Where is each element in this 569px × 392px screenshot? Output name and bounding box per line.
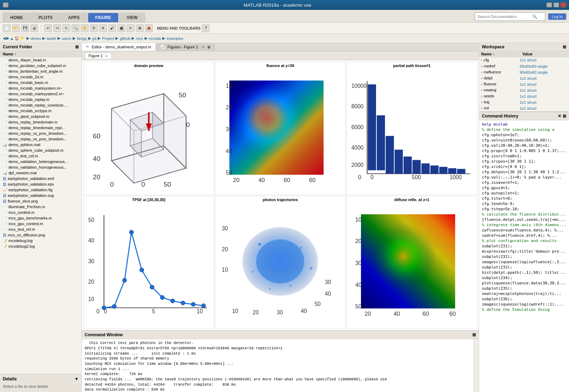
workspace-row[interactable]: ▪vol1x1 struct [479, 105, 569, 111]
list-item[interactable]: 📄demo_replay_timedomain.m [0, 119, 81, 125]
var-value[interactable]: 1x1 struct [517, 57, 569, 63]
list-item[interactable]: 📄demo_test_csf.m [0, 153, 81, 159]
list-item[interactable]: 📄illuminate_PreXion.m [0, 204, 81, 210]
search-box[interactable]: 🔍 [475, 12, 545, 21]
history-line[interactable]: [fluence,detpt,vol,seeds,traj]=mc... [480, 217, 568, 222]
history-line[interactable]: help mcxlab [480, 122, 568, 127]
list-item[interactable]: 📄demo_mcxlab_replay.m [0, 97, 81, 102]
bc-prev[interactable]: ◀ [3, 36, 6, 41]
history-line[interactable]: % define the simulation using a [480, 127, 568, 132]
tab-apps[interactable]: APPS [61, 13, 87, 22]
list-item[interactable]: 📄demo_sphere_cube_subpixel.m [0, 147, 81, 153]
history-line[interactable]: cfg.tstep=5e-10; [480, 206, 568, 212]
history-line[interactable]: newtraj=mcxplotphotons(traj);ti... [480, 291, 568, 296]
bc-users[interactable]: users [62, 36, 71, 41]
list-item[interactable]: 📄demo_replay_vs_pmc_timedom... [0, 131, 81, 136]
history-line[interactable]: subplot(235); [480, 286, 568, 291]
workspace-row[interactable]: ▪cwfluence60x60x60 single [479, 69, 569, 75]
list-item[interactable]: 🖼earlyphoton_validation.svg [0, 193, 81, 198]
bc-mcx[interactable]: mcx [136, 36, 143, 41]
history-line[interactable]: cfg.vol=uint8(ones(60,60,60)); [480, 138, 568, 143]
list-item[interactable]: 📄demo_replay_timedomain_repl... [0, 125, 81, 131]
workspace-row[interactable]: ▪seeds1x1 struct [479, 93, 569, 99]
list-item[interactable]: 📄demo_mcxlab_basic.m [0, 80, 81, 85]
list-item[interactable]: 📄demo_jacobian_cube_subpixel.m [0, 63, 81, 68]
history-line[interactable]: cfg.gpuid=1; [480, 185, 568, 191]
list-item[interactable]: 📄demo_4layer_head.m [0, 57, 81, 63]
history-line[interactable]: cfg.autopilot=1; [480, 191, 568, 196]
history-close-icon[interactable]: ✕ [558, 114, 561, 119]
list-item[interactable]: 📄demo_replay_vs_pmc_timedom... [0, 136, 81, 142]
history-line[interactable]: hist(detpt.ppath(:,1),50); title(... [480, 270, 568, 275]
editor-tab-close-icon[interactable]: ✕ [202, 45, 205, 49]
history-line[interactable]: subplot(232); [480, 254, 568, 259]
zoom-in-icon[interactable]: 🔍 [72, 24, 79, 32]
new-file-icon[interactable]: 📄 [3, 24, 11, 32]
minimize-btn-right[interactable]: − [546, 2, 552, 7]
history-line[interactable]: cfg.vol(20:40,20:40,10:30)=2; [480, 143, 568, 148]
rotate-icon[interactable]: ↻ [90, 24, 98, 32]
select-icon[interactable]: ↖ [62, 24, 70, 32]
history-line[interactable]: cfg.tend=5e-9; [480, 201, 568, 206]
list-item[interactable]: 📄mcx_gpu_contest.m [0, 221, 81, 227]
list-item[interactable]: 🖼mcx_vs_diffusion.png [0, 232, 81, 238]
var-value[interactable]: 1x1 struct [517, 99, 569, 105]
list-item[interactable]: 📝mcxdebug.log [0, 238, 81, 243]
brush-icon[interactable]: 🖌 [108, 24, 116, 32]
figure-tab-1[interactable]: Figure 1 ✕ [85, 53, 112, 59]
list-item[interactable]: 📄demo_lambertian_exit_angle.m [0, 68, 81, 74]
bc-github[interactable]: github [120, 36, 130, 41]
list-item[interactable]: 🖼fluence_slice.png [0, 198, 81, 204]
bc-taotel[interactable]: taotel [47, 36, 56, 41]
save-icon[interactable]: 💾 [21, 24, 29, 32]
bc-fangq[interactable]: fangq [77, 36, 87, 41]
tab-editor[interactable]: ✏ Editor - demo_dualmesh_output.m [82, 43, 156, 51]
history-line[interactable]: subplot(233); [480, 265, 568, 270]
redo-icon[interactable]: ↪ [53, 24, 61, 32]
history-line[interactable]: cfg.srcdir=[0 0 1]; [480, 164, 568, 169]
list-item[interactable]: 📄demo_mcxlab_replay_voxelsize.... [0, 102, 81, 108]
window-controls-left[interactable]: − [3, 2, 8, 7]
workspace-value-col[interactable]: Value [520, 51, 569, 57]
history-line[interactable]: % calculate the fluence distribut... [480, 212, 568, 217]
cmd-vertical-scrollbar[interactable] [474, 339, 479, 392]
list-item[interactable]: 📄mcx_contest.m [0, 210, 81, 215]
workspace-row[interactable]: ▪newtraj1x1 struct [479, 87, 569, 93]
var-value[interactable]: 1x1 struct [517, 87, 569, 93]
colorbar-icon[interactable]: ▦ [117, 24, 125, 32]
history-body[interactable]: help mcxlab% define the simulation using… [479, 120, 569, 392]
history-line[interactable]: % define the Simulation Using [480, 307, 568, 312]
history-line[interactable]: cfg.detpos=[30 20 1 1:30 40 1 1:2... [480, 169, 568, 175]
bc-mcxlab[interactable]: mcxlab [149, 36, 161, 41]
data-cursor-icon[interactable]: ✛ [99, 24, 107, 32]
workspace-row[interactable]: ▪detpt1x1 struct [479, 75, 569, 81]
history-line[interactable]: % integrate time-axis (4th dimens... [480, 222, 568, 228]
history-line[interactable]: cfg.issaveref=1; [480, 180, 568, 185]
folder-name-col[interactable]: Name ↑ [0, 51, 81, 57]
login-button[interactable]: Log In [548, 13, 566, 20]
history-line[interactable]: imagesc(squeeze(log(cwfluence(:,3... [480, 259, 568, 265]
window-controls-right[interactable]: − □ × [546, 2, 566, 7]
var-value[interactable]: 1x1 struct [517, 81, 569, 87]
bc-home[interactable]: 🏠 [14, 36, 19, 41]
var-value[interactable]: 1x1 struct [517, 93, 569, 99]
var-value[interactable]: 60x60x60 single [517, 63, 569, 69]
bc-git[interactable]: git [92, 36, 97, 41]
maximize-btn[interactable]: □ [553, 2, 559, 7]
history-line[interactable]: subplot(236); [480, 296, 568, 302]
workspace-expand-icon[interactable]: ⊞ [563, 44, 566, 49]
history-line[interactable]: cfg.nphoton=1e7; [480, 132, 568, 138]
history-line[interactable]: mcxpreview(cfg);title('domain pre... [480, 249, 568, 254]
history-line[interactable]: cfg.prop=[0 0 1 1:0.005 1 0 1.37;... [480, 148, 568, 153]
list-item[interactable]: 📄demo_mcxlab_2d.m [0, 74, 81, 80]
help-icon[interactable]: ? [202, 24, 210, 32]
tab-plots[interactable]: PLOTS [31, 13, 60, 22]
legend-icon[interactable]: ≡ [127, 24, 134, 32]
var-value[interactable]: 1x1 struct [517, 105, 569, 111]
list-item[interactable]: 📄mcx_test_ref.m [0, 227, 81, 232]
list-item[interactable]: 📄demo_mcxlab_marksystem.m~ [0, 85, 81, 91]
list-item[interactable]: 📄demo_qtest_subpixel.m [0, 114, 81, 119]
close-btn[interactable]: × [561, 2, 566, 7]
bc-up[interactable]: ▲ [10, 36, 14, 41]
history-line[interactable]: subplot(234); [480, 275, 568, 281]
